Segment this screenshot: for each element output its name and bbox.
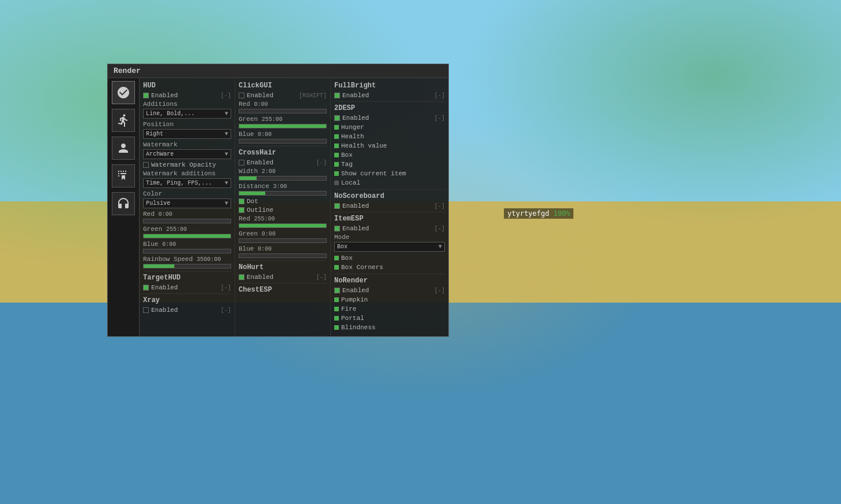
chestesp-divider <box>239 283 327 284</box>
targethud-enabled-row[interactable]: Enabled [-] <box>143 284 231 291</box>
health-row[interactable]: Health <box>334 133 445 141</box>
hud-watermark-row: Watermark ArchWare ▼ <box>143 141 231 159</box>
nohurt-red-slider[interactable] <box>239 223 327 228</box>
pumpkin-row[interactable]: Pumpkin <box>334 296 445 304</box>
itemESP-mode-arrow: ▼ <box>438 244 442 250</box>
portal-row[interactable]: Portal <box>334 314 445 322</box>
noScoreboard-enabled-row[interactable]: Enabled [-] <box>334 203 445 209</box>
itemESP-corners-label: Box Corners <box>341 264 383 271</box>
hud-position-dropdown[interactable]: Right ▼ <box>143 129 231 139</box>
noRender-title: NoRender <box>334 277 445 285</box>
hud-rainbow-speed-slider[interactable] <box>143 264 231 268</box>
crosshair-outline-row[interactable]: Outline <box>239 207 327 214</box>
blindness-row[interactable]: Blindness <box>334 323 445 332</box>
clickgui-enabled-checkbox[interactable] <box>239 93 244 98</box>
nohurt-enabled-checkbox[interactable] <box>239 274 244 280</box>
username-tag: ytyrtyefgd 100% <box>504 208 573 219</box>
box-dot <box>334 153 339 157</box>
hud-green-slider[interactable] <box>143 234 231 238</box>
crosshair-dot-checkbox[interactable] <box>239 198 244 204</box>
hud-color-dropdown[interactable]: Pulsive ▼ <box>143 198 231 208</box>
hud-red-row: Red 0:00 <box>143 211 231 223</box>
sidebar-icon-3[interactable] <box>112 164 135 187</box>
crosshair-enabled-checkbox[interactable] <box>239 160 244 165</box>
hud-red-slider[interactable] <box>143 219 231 223</box>
hud-column: HUD Enabled [-] Additions Line, Bold,...… <box>140 78 235 336</box>
render-panel: Render HUD <box>107 64 449 337</box>
local-row[interactable]: Local <box>334 179 445 187</box>
hud-green-label: Green 255:00 <box>143 226 231 233</box>
portal-dot <box>334 316 339 321</box>
sidebar-icon-4[interactable] <box>112 192 135 215</box>
hud-enabled-row[interactable]: Enabled [-] <box>143 92 231 99</box>
nohurt-green-row: Green 0:00 <box>239 230 327 243</box>
box-row[interactable]: Box <box>334 151 445 159</box>
crosshair-distance-slider[interactable] <box>239 191 327 196</box>
hud-blue-slider[interactable] <box>143 249 231 253</box>
hud-watermark-opacity-row[interactable]: Watermark Opacity <box>143 161 231 168</box>
crosshair-divider <box>239 146 327 146</box>
nohurt-green-slider[interactable] <box>239 238 327 243</box>
health-value-dot <box>334 144 339 148</box>
crosshair-width-slider[interactable] <box>239 176 327 181</box>
hunger-row[interactable]: Hunger <box>334 123 445 131</box>
fullbright-enabled-row[interactable]: Enabled [-] <box>334 92 445 99</box>
twoDesp-enabled-checkbox[interactable] <box>334 115 340 121</box>
noRender-enabled-checkbox[interactable] <box>334 288 340 293</box>
hud-watermark-opacity-checkbox[interactable] <box>143 162 149 168</box>
xray-enabled-label: Enabled <box>151 307 218 314</box>
fullbright-title: FullBright <box>334 82 445 90</box>
nohurt-red-fill <box>239 224 326 227</box>
hud-watermark-additions-dropdown[interactable]: Time, Ping, FPS,... ▼ <box>143 178 231 188</box>
itemESP-enabled-checkbox[interactable] <box>334 226 340 231</box>
local-label: Local <box>341 179 360 186</box>
nohurt-red-row: Red 255:00 <box>239 215 327 228</box>
fire-row[interactable]: Fire <box>334 305 445 313</box>
health-value-label: Health value <box>341 142 387 149</box>
clickgui-green-slider[interactable] <box>239 124 327 128</box>
noRender-enabled-key: [-] <box>434 288 445 294</box>
itemESP-box-row[interactable]: Box <box>334 254 445 262</box>
itemESP-enabled-row[interactable]: Enabled [-] <box>334 225 445 232</box>
twoDesp-enabled-row[interactable]: Enabled [-] <box>334 115 445 122</box>
health-value-row[interactable]: Health value <box>334 142 445 150</box>
fire-label: Fire <box>341 306 356 312</box>
xray-enabled-checkbox[interactable] <box>143 307 149 313</box>
noRender-enabled-row[interactable]: Enabled [-] <box>334 287 445 294</box>
clickgui-enabled-label: Enabled <box>247 92 297 99</box>
sidebar-icon-1[interactable] <box>112 109 135 132</box>
crosshair-distance-label: Distance 3:00 <box>239 183 327 190</box>
hud-position-row: Position Right ▼ <box>143 121 231 139</box>
targethud-enabled-checkbox[interactable] <box>143 285 149 290</box>
sidebar-icon-2[interactable] <box>112 137 135 160</box>
crosshair-width-label: Width 2:00 <box>239 168 327 175</box>
show-current-item-row[interactable]: Show current item <box>334 170 445 178</box>
clickgui-enabled-row[interactable]: Enabled [RSHIFT] <box>239 92 327 99</box>
sidebar-icon-0[interactable] <box>112 81 135 104</box>
tag-label: Tag <box>341 161 353 168</box>
clickgui-title: ClickGUI <box>239 82 327 90</box>
hud-rainbow-speed-label: Rainbow Speed 3500:00 <box>143 256 231 263</box>
hud-watermark-dropdown[interactable]: ArchWare ▼ <box>143 149 231 159</box>
nohurt-blue-slider[interactable] <box>239 253 327 258</box>
crosshair-enabled-row[interactable]: Enabled [-] <box>239 159 327 166</box>
tag-row[interactable]: Tag <box>334 160 445 168</box>
crosshair-outline-checkbox[interactable] <box>239 207 244 213</box>
sidebar <box>108 78 140 336</box>
portal-label: Portal <box>341 315 364 322</box>
itemESP-corners-row[interactable]: Box Corners <box>334 263 445 271</box>
fullbright-enabled-checkbox[interactable] <box>334 93 340 98</box>
crosshair-dot-row[interactable]: Dot <box>239 198 327 205</box>
itemESP-mode-dropdown[interactable]: Box ▼ <box>334 242 445 252</box>
tag-dot <box>334 162 339 167</box>
clickgui-blue-slider[interactable] <box>239 139 327 144</box>
noScoreboard-enabled-checkbox[interactable] <box>334 203 340 209</box>
nohurt-enabled-row[interactable]: Enabled [-] <box>239 274 327 281</box>
hud-enabled-checkbox[interactable] <box>143 93 149 98</box>
hud-additions-dropdown[interactable]: Line, Bold,... ▼ <box>143 109 231 119</box>
clickgui-column: ClickGUI Enabled [RSHIFT] Red 0:00 <box>235 78 331 336</box>
xray-enabled-row[interactable]: Enabled [-] <box>143 307 231 314</box>
clickgui-red-slider[interactable] <box>239 109 327 113</box>
fullbright-enabled-key: [-] <box>434 93 445 99</box>
clickgui-enabled-key: [RSHIFT] <box>299 93 327 99</box>
